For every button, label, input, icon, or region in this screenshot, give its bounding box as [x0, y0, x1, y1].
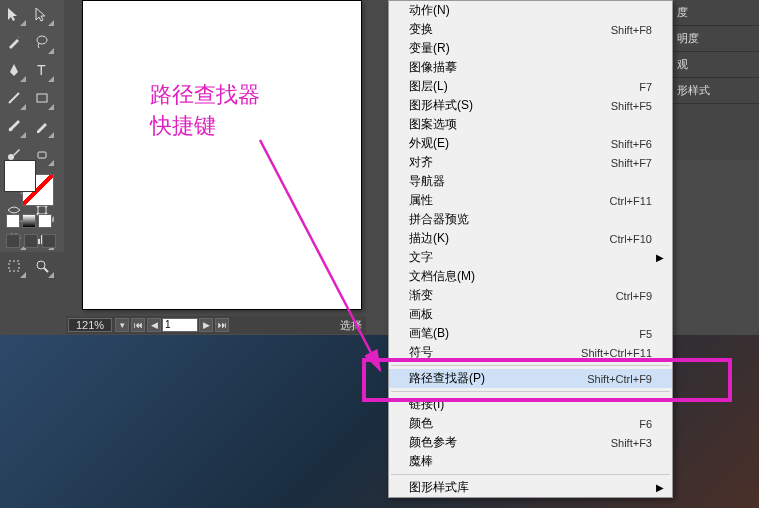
nav-dropdown[interactable]: ▾: [115, 318, 129, 332]
tool-zoom[interactable]: [28, 252, 56, 280]
menu-item[interactable]: 画板: [389, 305, 672, 324]
menu-item[interactable]: 路径查找器(P)Shift+Ctrl+F9: [389, 369, 672, 388]
tool-selection[interactable]: [0, 0, 28, 28]
artboard[interactable]: [82, 0, 362, 310]
tool-pencil[interactable]: [28, 112, 56, 140]
menu-item[interactable]: 文字▶: [389, 248, 672, 267]
menu-item-shortcut: F6: [639, 418, 652, 430]
menu-item[interactable]: 链接(I): [389, 395, 672, 414]
status-text: 选择: [340, 318, 362, 333]
screen-mode-1[interactable]: [6, 234, 20, 248]
menu-item-label: 画笔(B): [409, 325, 639, 342]
menu-item[interactable]: 渐变Ctrl+F9: [389, 286, 672, 305]
color-mode[interactable]: [6, 214, 20, 228]
nav-next[interactable]: ▶: [199, 318, 213, 332]
tool-rectangle[interactable]: [28, 84, 56, 112]
menu-item-label: 图案选项: [409, 116, 652, 133]
svg-point-19: [37, 261, 45, 269]
menu-item-label: 导航器: [409, 173, 652, 190]
tool-type[interactable]: T: [28, 56, 56, 84]
menu-item[interactable]: 变量(R): [389, 39, 672, 58]
menu-item-label: 变换: [409, 21, 611, 38]
fill-mode-swatches: [6, 214, 52, 228]
tool-lasso[interactable]: [28, 28, 56, 56]
menu-item-label: 颜色: [409, 415, 639, 432]
menu-item[interactable]: 颜色参考Shift+F3: [389, 433, 672, 452]
tool-line[interactable]: [0, 84, 28, 112]
panel-row[interactable]: 度: [669, 0, 759, 26]
menu-item[interactable]: 图形样式库▶: [389, 478, 672, 497]
menu-item-label: 渐变: [409, 287, 616, 304]
tool-magic-wand[interactable]: [0, 28, 28, 56]
menu-separator: [391, 365, 670, 366]
menu-item-label: 颜色参考: [409, 434, 611, 451]
menu-item[interactable]: 图案选项: [389, 115, 672, 134]
menu-item-label: 图层(L): [409, 78, 639, 95]
tool-pen[interactable]: [0, 56, 28, 84]
menu-item-shortcut: Shift+F6: [611, 138, 652, 150]
menu-item[interactable]: 变换Shift+F8: [389, 20, 672, 39]
tool-brush[interactable]: [0, 112, 28, 140]
gradient-mode[interactable]: [22, 214, 36, 228]
menu-item[interactable]: 动作(N): [389, 1, 672, 20]
menu-item-shortcut: Shift+Ctrl+F11: [581, 347, 652, 359]
submenu-arrow-icon: ▶: [656, 482, 664, 493]
menu-item-label: 路径查找器(P): [409, 370, 587, 387]
menu-item-label: 对齐: [409, 154, 611, 171]
svg-text:T: T: [37, 62, 46, 78]
zoom-level[interactable]: 121%: [68, 318, 112, 332]
menu-item-shortcut: Ctrl+F10: [610, 233, 653, 245]
menu-item[interactable]: 拼合器预览: [389, 210, 672, 229]
menu-item-label: 图像描摹: [409, 59, 652, 76]
menu-item[interactable]: 画笔(B)F5: [389, 324, 672, 343]
menu-item-label: 拼合器预览: [409, 211, 652, 228]
menu-item-label: 属性: [409, 192, 610, 209]
color-swatches[interactable]: [4, 160, 56, 208]
panel-row[interactable]: 明度: [669, 26, 759, 52]
screen-mode-icons: [6, 234, 56, 248]
menu-item-shortcut: Shift+F3: [611, 437, 652, 449]
nav-first[interactable]: ⏮: [131, 318, 145, 332]
menu-item-shortcut: Shift+F7: [611, 157, 652, 169]
menu-item-label: 描边(K): [409, 230, 610, 247]
none-mode[interactable]: [38, 214, 52, 228]
menu-item[interactable]: 符号Shift+Ctrl+F11: [389, 343, 672, 362]
menu-item-shortcut: F7: [639, 81, 652, 93]
menu-item-shortcut: Ctrl+F11: [610, 195, 653, 207]
menu-separator: [391, 474, 670, 475]
menu-item[interactable]: 导航器: [389, 172, 672, 191]
menu-item[interactable]: 外观(E)Shift+F6: [389, 134, 672, 153]
screen-mode-2[interactable]: [24, 234, 38, 248]
menu-item-shortcut: Ctrl+F9: [616, 290, 652, 302]
menu-item[interactable]: 属性Ctrl+F11: [389, 191, 672, 210]
menu-item-label: 外观(E): [409, 135, 611, 152]
svg-point-0: [37, 36, 47, 44]
menu-item-shortcut: Shift+F5: [611, 100, 652, 112]
menu-item-label: 变量(R): [409, 40, 652, 57]
menu-item-label: 符号: [409, 344, 581, 361]
menu-item-shortcut: F5: [639, 328, 652, 340]
panel-row[interactable]: 形样式: [669, 78, 759, 104]
menu-item[interactable]: 对齐Shift+F7: [389, 153, 672, 172]
menu-separator: [391, 391, 670, 392]
menu-item[interactable]: 魔棒: [389, 452, 672, 471]
menu-item[interactable]: 描边(K)Ctrl+F10: [389, 229, 672, 248]
screen-mode-3[interactable]: [42, 234, 56, 248]
menu-item[interactable]: 颜色F6: [389, 414, 672, 433]
page-number-input[interactable]: 1: [162, 318, 198, 332]
panel-row[interactable]: 观: [669, 52, 759, 78]
menu-item[interactable]: 图像描摹: [389, 58, 672, 77]
submenu-arrow-icon: ▶: [656, 252, 664, 263]
nav-last[interactable]: ⏭: [215, 318, 229, 332]
tool-direct-select[interactable]: [28, 0, 56, 28]
menu-item[interactable]: 图层(L)F7: [389, 77, 672, 96]
svg-line-2: [9, 93, 19, 103]
nav-prev[interactable]: ◀: [147, 318, 161, 332]
fill-swatch[interactable]: [4, 160, 36, 192]
menu-item-label: 链接(I): [409, 396, 652, 413]
svg-rect-18: [9, 261, 19, 271]
tool-artboard[interactable]: [0, 252, 28, 280]
menu-item[interactable]: 文档信息(M): [389, 267, 672, 286]
menu-item[interactable]: 图形样式(S)Shift+F5: [389, 96, 672, 115]
window-menu: 动作(N)变换Shift+F8变量(R)图像描摹图层(L)F7图形样式(S)Sh…: [388, 0, 673, 498]
